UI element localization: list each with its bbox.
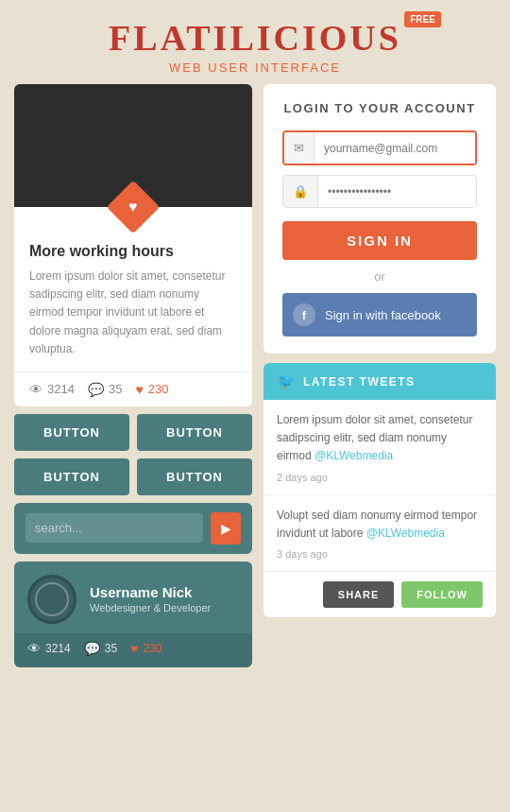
signin-button[interactable]: SIGN IN <box>282 221 477 260</box>
tweet-1-text: Lorem ipsum dolor sit amet, consetetur s… <box>277 411 483 466</box>
profile-likes-stat: ♥ 230 <box>130 641 162 656</box>
right-column: LOGIN TO YOUR ACCOUNT ✉ 🔒 SIGN IN or f S… <box>264 84 496 667</box>
arrow-icon: ▶ <box>221 521 231 536</box>
card-title: More working hours <box>29 243 237 260</box>
heart-icon: ♥ <box>128 199 138 216</box>
views-stat: 👁 3214 <box>29 382 75 397</box>
facebook-label: Sign in with facebook <box>325 308 441 322</box>
tweet-1: Lorem ipsum dolor sit amet, consetetur s… <box>264 400 496 495</box>
tweets-header: 🐦 LATEST TWEETS <box>264 363 496 400</box>
share-button[interactable]: SHARE <box>323 581 395 608</box>
profile-views-count: 3214 <box>45 642 71 655</box>
diamond-badge: ♥ <box>107 181 161 234</box>
search-input[interactable] <box>26 513 203 543</box>
heart-stat-icon: ♥ <box>135 382 143 397</box>
button-3[interactable]: BUTTON <box>14 458 129 495</box>
profile-comments-count: 35 <box>105 642 117 655</box>
main-title: FLATILICIOUS <box>109 18 401 58</box>
login-title: LOGIN TO YOUR ACCOUNT <box>282 101 477 115</box>
tweet-2-text: Volupt sed diam nonumy eirmod tempor inv… <box>277 507 483 543</box>
or-divider: or <box>282 269 477 284</box>
profile-stats: 👁 3214 💬 35 ♥ 230 <box>14 633 252 667</box>
buttons-grid: BUTTON BUTTON BUTTON BUTTON <box>14 414 252 495</box>
comments-stat: 💬 35 <box>88 382 122 397</box>
password-field[interactable] <box>318 177 477 207</box>
card-body: More working hours Lorem ipsum dolor sit… <box>14 226 252 371</box>
search-bar: ▶ <box>14 503 252 554</box>
twitter-icon: 🐦 <box>277 372 296 390</box>
profile-info: Username Nick Webdesigner & Developer <box>90 584 211 613</box>
profile-views-stat: 👁 3214 <box>27 641 71 656</box>
profile-card: Username Nick Webdesigner & Developer 👁 … <box>14 561 252 667</box>
email-field[interactable] <box>314 133 475 164</box>
profile-role: Webdesigner & Developer <box>90 602 211 613</box>
password-input-wrap: 🔒 <box>282 175 477 208</box>
button-1[interactable]: BUTTON <box>14 414 129 451</box>
lock-icon: 🔒 <box>283 176 318 207</box>
profile-likes-count: 230 <box>143 642 162 655</box>
facebook-button[interactable]: f Sign in with facebook <box>282 293 477 337</box>
left-column: ♥ More working hours Lorem ipsum dolor s… <box>14 84 252 667</box>
subtitle: WEB USER INTERFACE <box>0 60 510 75</box>
avatar <box>27 575 76 624</box>
button-2[interactable]: BUTTON <box>137 414 252 451</box>
avatar-inner <box>35 582 69 616</box>
email-icon: ✉ <box>284 132 314 164</box>
search-button[interactable]: ▶ <box>211 512 241 544</box>
profile-top: Username Nick Webdesigner & Developer <box>14 561 252 633</box>
facebook-icon: f <box>293 303 315 326</box>
page-header: FLATILICIOUS FREE WEB USER INTERFACE <box>0 0 510 84</box>
tweets-footer: SHARE FOLLOW <box>264 572 496 617</box>
profile-name: Username Nick <box>90 584 211 600</box>
diamond-wrap: ♥ <box>14 188 252 226</box>
tweets-panel: 🐦 LATEST TWEETS Lorem ipsum dolor sit am… <box>264 363 496 617</box>
email-input-wrap: ✉ <box>282 130 477 165</box>
tweet-2-mention[interactable]: @KLWebmedia <box>366 527 445 540</box>
tweets-title: LATEST TWEETS <box>303 375 416 389</box>
login-panel: LOGIN TO YOUR ACCOUNT ✉ 🔒 SIGN IN or f S… <box>264 84 496 354</box>
card-text: Lorem ipsum dolor sit amet, consetetur s… <box>29 268 237 358</box>
likes-stat: ♥ 230 <box>135 382 168 397</box>
likes-count: 230 <box>148 382 169 396</box>
profile-heart-icon: ♥ <box>130 641 138 656</box>
tweet-1-mention[interactable]: @KLWebmedia <box>314 449 393 462</box>
button-4[interactable]: BUTTON <box>137 458 252 495</box>
tweet-2-time: 3 days ago <box>277 548 483 560</box>
tweet-2: Volupt sed diam nonumy eirmod tempor inv… <box>264 495 496 572</box>
profile-comment-icon: 💬 <box>84 641 100 656</box>
comments-count: 35 <box>109 382 122 396</box>
views-count: 3214 <box>47 382 75 396</box>
article-card: ♥ More working hours Lorem ipsum dolor s… <box>14 84 252 406</box>
card-stats: 👁 3214 💬 35 ♥ 230 <box>14 371 252 406</box>
main-content: ♥ More working hours Lorem ipsum dolor s… <box>14 84 496 686</box>
comment-icon: 💬 <box>88 382 104 397</box>
profile-eye-icon: 👁 <box>27 641 41 656</box>
title-wrap: FLATILICIOUS FREE <box>109 17 401 59</box>
free-badge: FREE <box>404 11 441 27</box>
eye-icon: 👁 <box>29 382 42 397</box>
follow-button[interactable]: FOLLOW <box>401 581 483 608</box>
profile-comments-stat: 💬 35 <box>84 641 117 656</box>
tweet-1-time: 2 days ago <box>277 472 483 483</box>
